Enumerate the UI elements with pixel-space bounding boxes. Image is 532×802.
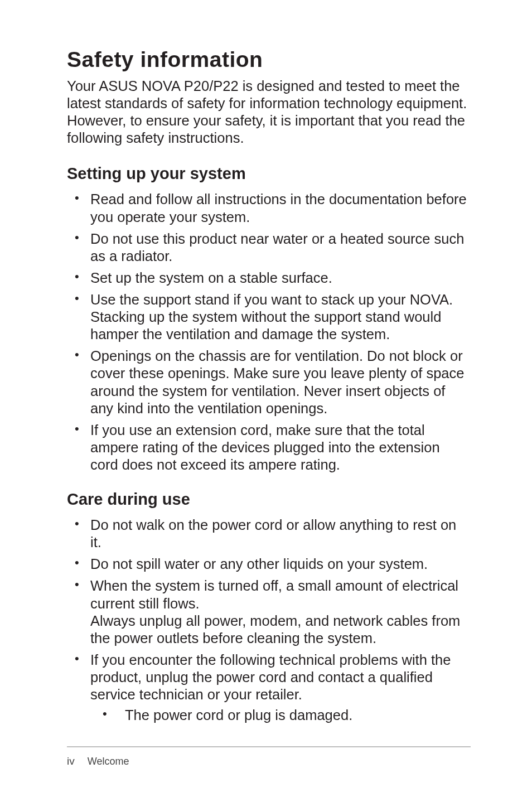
list-item: Do not walk on the power cord or allow a… [67,516,471,551]
list-item: Read and follow all instructions in the … [67,191,471,225]
sub-list-item: The power cord or plug is damaged. [90,707,471,724]
list-item: Set up the system on a stable surface. [67,269,471,287]
footer-section-label: Welcome [88,756,129,767]
footer-text: iv Welcome [67,756,129,767]
section-heading-setup: Setting up your system [67,165,471,183]
page-title: Safety information [67,47,471,72]
list-item: If you encounter the following technical… [67,651,471,724]
section-heading-care: Care during use [67,490,471,509]
list-item: Use the support stand if you want to sta… [67,291,471,343]
care-list: Do not walk on the power cord or allow a… [67,516,471,724]
list-item-text: Always unplug all power, modem, and netw… [90,612,471,647]
page-number: iv [67,755,75,767]
list-item: If you use an extension cord, make sure … [67,422,471,474]
list-item-text: When the system is turned off, a small a… [90,577,471,612]
setup-list: Read and follow all instructions in the … [67,191,471,474]
list-item: Do not spill water or any other liquids … [67,555,471,573]
list-item-text: If you encounter the following technical… [90,652,451,702]
list-item: When the system is turned off, a small a… [67,577,471,646]
intro-paragraph: Your ASUS NOVA P20/P22 is designed and t… [67,78,471,147]
footer-rule [67,746,471,747]
sub-list: The power cord or plug is damaged. [90,707,471,724]
list-item: Do not use this product near water or a … [67,230,471,265]
page-footer: iv Welcome [67,746,471,767]
list-item: Openings on the chassis are for ventilat… [67,347,471,417]
